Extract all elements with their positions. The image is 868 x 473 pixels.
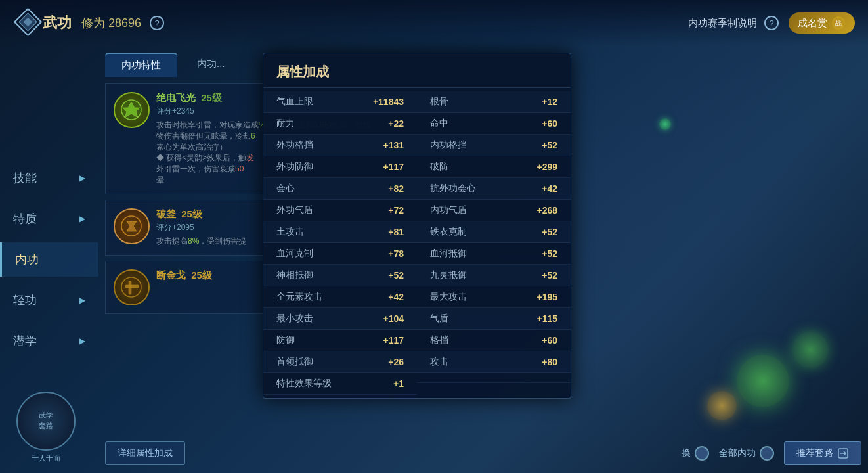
attr-row-0: 气血上限 +11843 xyxy=(263,91,417,113)
sidebar-item-neigong[interactable]: 内功 xyxy=(0,242,98,277)
attr-row-10: 最小攻击 +104 xyxy=(263,308,417,330)
attr-row-7: 血河克制 +78 xyxy=(263,243,417,265)
sidebar-item-tezhi[interactable]: 特质 ▶ xyxy=(0,202,98,236)
tab-neigong-tezhi[interactable]: 内功特性 xyxy=(105,53,177,77)
season-button[interactable]: 内功赛季制说明 ? xyxy=(688,16,779,30)
chevron-icon: ▶ xyxy=(79,214,85,223)
attr-right-row-1: 命中 +60 xyxy=(417,113,571,135)
avatar-circle: 武学 套路 xyxy=(16,392,76,451)
attr-right-row-12: 攻击 +80 xyxy=(417,351,571,373)
wugong-title: 武功 xyxy=(43,13,72,33)
svg-text:战: 战 xyxy=(835,20,842,27)
bottom-avatar[interactable]: 武学 套路 千人千面 xyxy=(7,388,85,466)
attr-right-row-11: 格挡 +60 xyxy=(417,330,571,351)
attr-row-8: 神相抵御 +52 xyxy=(263,265,417,286)
help-icon[interactable]: ? xyxy=(150,16,164,30)
sidebar-item-qinggong[interactable]: 轻功 ▶ xyxy=(0,283,98,317)
attr-bonus-popup: 属性加成 气血上限 +11843 耐力 +22 外功格挡 +131 外功防御 +… xyxy=(263,53,571,399)
allnei-dot[interactable] xyxy=(760,446,774,461)
attr-right-row-3: 破防 +299 xyxy=(417,156,571,178)
sidebar-item-qianxue[interactable]: 潜学 ▶ xyxy=(0,324,98,358)
chengming-icon: 战 xyxy=(831,16,846,30)
attr-row-3: 外功防御 +117 xyxy=(263,156,417,178)
chevron-icon: ▶ xyxy=(79,173,85,183)
attr-row-11: 防御 +117 xyxy=(263,330,417,351)
chengming-button[interactable]: 成名赏 战 xyxy=(789,12,855,34)
top-bar: 武功 修为 28696 ? 内功赛季制说明 ? 成名赏 战 xyxy=(0,0,868,46)
attr-right-row-5: 内功气盾 +268 xyxy=(417,200,571,221)
attr-right-row-6: 铁衣克制 +52 xyxy=(417,221,571,243)
attr-row-4: 会心 +82 xyxy=(263,178,417,200)
orb-green-2 xyxy=(792,332,829,368)
detail-attr-button[interactable]: 详细属性加成 xyxy=(105,441,185,465)
attr-right-row-8: 九灵抵御 +52 xyxy=(417,265,571,286)
logo-icon xyxy=(13,7,43,39)
attr-row-9: 全元素攻击 +42 xyxy=(263,286,417,308)
skill-icon-pogang xyxy=(114,208,150,244)
avatar-label: 千人千面 xyxy=(32,453,60,463)
popup-title: 属性加成 xyxy=(263,53,571,88)
skill-icon-juedian xyxy=(114,92,150,128)
attr-row-13: 特性效果等级 +1 xyxy=(263,373,417,395)
attr-row-2: 外功格挡 +131 xyxy=(263,135,417,156)
svg-rect-9 xyxy=(125,285,139,288)
tab-neigong-other[interactable]: 内功... xyxy=(181,53,242,77)
recommend-icon xyxy=(837,447,849,459)
skill-icon-duanjin xyxy=(114,269,150,305)
svg-rect-10 xyxy=(129,281,131,294)
season-help-icon[interactable]: ? xyxy=(764,16,779,30)
bottom-bar: 详细属性加成 换 全部内功 推荐套路 xyxy=(105,441,861,465)
attr-row-6: 土攻击 +81 xyxy=(263,221,417,243)
orb-green-1 xyxy=(737,355,789,407)
chevron-icon: ▶ xyxy=(79,336,85,346)
skill-name-pogang: 破釜 25级 xyxy=(156,208,202,221)
switch-dot[interactable] xyxy=(695,446,709,461)
recommend-button[interactable]: 推荐套路 xyxy=(784,441,861,465)
switch-button[interactable]: 换 xyxy=(682,446,709,461)
attr-row-12: 首领抵御 +26 xyxy=(263,351,417,373)
attr-row-1: 耐力 +22 xyxy=(263,113,417,135)
orb-gold xyxy=(707,391,737,420)
top-bar-right: 内功赛季制说明 ? 成名赏 战 xyxy=(688,12,855,34)
attr-right-row-0: 根骨 +12 xyxy=(417,91,571,113)
xiuwei-label: 修为 28696 xyxy=(81,15,141,31)
attr-right-row-9: 最大攻击 +195 xyxy=(417,286,571,308)
allnei-button[interactable]: 全部内功 xyxy=(719,446,774,461)
sidebar-item-jineng[interactable]: 技能 ▶ xyxy=(0,161,98,195)
popup-right-col: 根骨 +12 命中 +60 内功格挡 +52 破防 +299 抗外功会心 +42… xyxy=(417,91,571,395)
attr-right-row-13 xyxy=(417,373,571,383)
popup-table: 气血上限 +11843 耐力 +22 外功格挡 +131 外功防御 +117 会… xyxy=(263,88,571,398)
popup-left-col: 气血上限 +11843 耐力 +22 外功格挡 +131 外功防御 +117 会… xyxy=(263,91,417,395)
chevron-icon: ▶ xyxy=(79,296,85,305)
attr-right-row-4: 抗外功会心 +42 xyxy=(417,178,571,200)
attr-row-5: 外功气盾 +72 xyxy=(263,200,417,221)
attr-right-row-2: 内功格挡 +52 xyxy=(417,135,571,156)
skill-name-juedian: 绝电飞光 25级 xyxy=(156,92,222,104)
skill-name-duanjin: 断金戈 25级 xyxy=(156,269,212,282)
orb-small-green xyxy=(659,118,671,130)
attr-right-row-10: 气盾 +115 xyxy=(417,308,571,330)
attr-right-row-7: 血河抵御 +52 xyxy=(417,243,571,265)
